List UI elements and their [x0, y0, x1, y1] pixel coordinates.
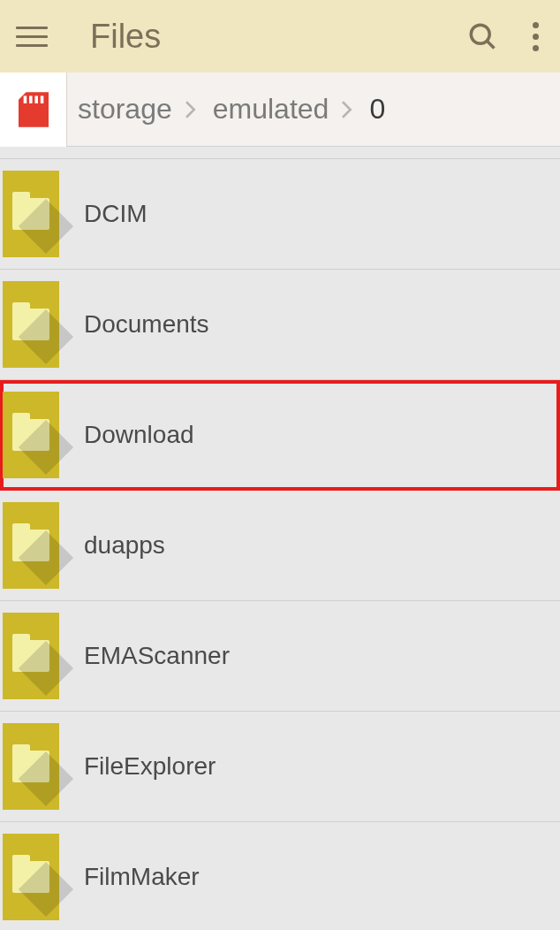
app-header: Files — [0, 0, 560, 72]
chevron-right-icon — [185, 102, 201, 118]
folder-icon — [3, 613, 59, 699]
folder-name: EMAScanner — [84, 642, 230, 670]
search-icon[interactable] — [466, 20, 498, 52]
folder-name: FilmMaker — [84, 863, 200, 891]
breadcrumb-current[interactable]: 0 — [369, 93, 385, 126]
svg-rect-4 — [34, 95, 38, 103]
folder-name: Download — [84, 421, 194, 449]
sd-card-icon — [19, 92, 49, 127]
breadcrumb-segment-0[interactable]: storage — [78, 93, 172, 126]
list-item[interactable]: Documents — [0, 270, 560, 380]
breadcrumb: storage emulated 0 — [67, 93, 385, 126]
chevron-right-icon — [341, 102, 357, 118]
list-item-partial — [0, 147, 560, 159]
svg-line-1 — [488, 42, 495, 49]
folder-icon — [3, 723, 59, 810]
menu-icon[interactable] — [16, 20, 48, 52]
storage-tab[interactable] — [0, 72, 67, 147]
folder-name: duapps — [84, 531, 165, 560]
folder-icon — [3, 281, 59, 368]
list-item[interactable]: FileExplorer — [0, 712, 560, 822]
app-title: Files — [90, 18, 466, 56]
folder-icon — [3, 392, 59, 478]
breadcrumb-segment-1[interactable]: emulated — [213, 93, 329, 126]
svg-rect-5 — [40, 95, 43, 103]
list-item[interactable]: FilmMaker — [0, 822, 560, 930]
svg-rect-3 — [29, 95, 33, 103]
folder-name: DCIM — [84, 200, 148, 228]
folder-icon — [3, 502, 59, 589]
more-vert-icon[interactable] — [526, 20, 544, 52]
folder-name: FileExplorer — [84, 752, 216, 781]
breadcrumb-bar: storage emulated 0 — [0, 72, 560, 147]
folder-icon — [3, 171, 59, 257]
folder-name: Documents — [84, 310, 209, 339]
list-item[interactable]: EMAScanner — [0, 601, 560, 712]
files-list: DCIMDocumentsDownloadduappsEMAScannerFil… — [0, 147, 560, 930]
svg-point-0 — [471, 25, 489, 43]
list-item[interactable]: Download — [0, 380, 560, 491]
list-item[interactable]: DCIM — [0, 159, 560, 270]
list-item[interactable]: duapps — [0, 491, 560, 601]
svg-rect-2 — [23, 95, 26, 103]
folder-icon — [3, 834, 59, 920]
